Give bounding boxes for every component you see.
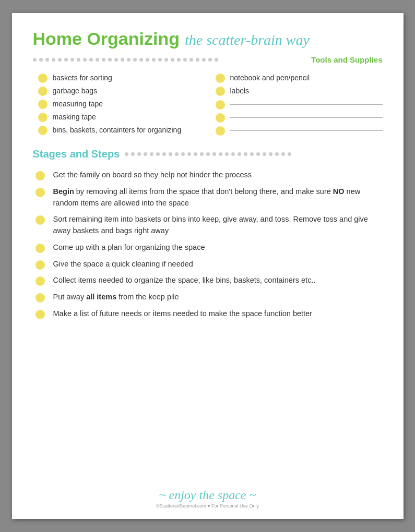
step-item: Come up with a plan for organizing the s… <box>35 242 383 253</box>
bullet-icon <box>38 100 48 109</box>
tool-text: garbage bags <box>53 86 98 96</box>
sub-title: the scatter-brain way <box>185 32 310 49</box>
header: Home Organizing the scatter-brain way <box>33 29 383 49</box>
tool-text: measuring tape <box>53 99 103 110</box>
tools-header-row: Tools and Supplies <box>33 55 383 64</box>
dot <box>133 58 137 62</box>
bullet-icon <box>35 215 45 225</box>
dot <box>45 58 49 62</box>
dot <box>125 152 128 156</box>
dot <box>64 58 68 62</box>
dot <box>164 58 168 62</box>
blank-line <box>230 130 383 131</box>
dot <box>39 58 43 62</box>
dot <box>137 152 141 156</box>
dot <box>83 58 87 62</box>
dot <box>96 58 99 62</box>
tool-item: measuring tape <box>38 99 205 110</box>
dot <box>146 58 149 62</box>
dot <box>194 152 197 156</box>
dot <box>171 58 174 62</box>
step-item: Sort remaining item into baskets or bins… <box>35 214 383 237</box>
blank-line <box>230 104 383 105</box>
bullet-icon <box>38 113 48 122</box>
tool-text: labels <box>230 86 250 96</box>
dot <box>219 152 222 156</box>
bullet-icon <box>216 100 225 110</box>
tool-item: labels <box>216 86 383 96</box>
dot <box>144 152 147 156</box>
stages-dots <box>125 152 291 156</box>
footer-tagline: ~ enjoy the space ~ <box>12 488 404 502</box>
footer: ~ enjoy the space ~ ©ScatteredSquirrel.c… <box>12 488 404 509</box>
dot <box>121 58 124 62</box>
dot <box>189 58 193 62</box>
dot <box>58 58 62 62</box>
step-item: Collect items needed to organize the spa… <box>35 275 383 286</box>
stages-label: Stages and Steps <box>33 148 120 160</box>
step-text: Put away all items from the keep pile <box>53 292 383 303</box>
step-text: Make a list of future needs or items nee… <box>53 308 383 320</box>
dot <box>256 152 260 156</box>
dot <box>269 152 272 156</box>
dot <box>206 152 210 156</box>
tool-text: notebook and pen/pencil <box>230 72 310 83</box>
tools-label: Tools and Supplies <box>311 55 382 64</box>
tool-text: bins, baskets, containters for organizin… <box>53 125 182 136</box>
dot <box>275 152 279 156</box>
dot <box>288 152 291 156</box>
dot <box>150 152 153 156</box>
dot <box>202 58 206 62</box>
dot <box>108 58 112 62</box>
tool-item: masking tape <box>38 112 205 123</box>
dot <box>162 152 166 156</box>
dot <box>152 58 156 62</box>
dot <box>127 58 131 62</box>
dot <box>212 152 216 156</box>
tool-item: bins, baskets, containters for organizin… <box>38 125 205 136</box>
dot <box>33 58 37 62</box>
dot <box>177 58 181 62</box>
tools-grid: baskets for sorting notebook and pen/pen… <box>33 72 383 136</box>
dots-line <box>33 58 306 62</box>
dot <box>175 152 179 156</box>
dot <box>169 152 172 156</box>
step-text: Collect items needed to organize the spa… <box>53 275 383 286</box>
blank-tool-item <box>216 112 383 123</box>
bullet-icon <box>35 171 45 180</box>
dot <box>208 58 212 62</box>
dot <box>196 58 199 62</box>
step-item: Put away all items from the keep pile <box>35 292 383 303</box>
bullet-icon <box>38 74 48 83</box>
footer-copyright: ©ScatteredSquirrel.com ♥ For Personal Us… <box>12 503 404 509</box>
step-item: Make a list of future needs or items nee… <box>35 308 383 320</box>
dot <box>250 152 254 156</box>
bullet-icon <box>38 126 48 135</box>
dot <box>200 152 204 156</box>
dot <box>70 58 74 62</box>
step-text: Come up with a plan for organizing the s… <box>53 242 383 253</box>
page: Home Organizing the scatter-brain way <box>12 13 404 519</box>
dot <box>131 152 135 156</box>
dot <box>156 152 160 156</box>
bullet-icon <box>38 87 48 96</box>
dot <box>158 58 162 62</box>
dot <box>114 58 118 62</box>
dot <box>215 58 218 62</box>
dot <box>225 152 229 156</box>
tool-item: garbage bags <box>38 86 205 96</box>
dot <box>89 58 93 62</box>
step-text: Sort remaining item into baskets or bins… <box>53 214 383 237</box>
dot <box>231 152 235 156</box>
dot <box>183 58 187 62</box>
step-text: Begin by removing all items from the spa… <box>53 186 383 209</box>
blank-line <box>230 117 383 118</box>
bullet-icon <box>35 276 45 286</box>
bullet-icon <box>216 74 225 83</box>
tool-text: baskets for sorting <box>53 72 112 83</box>
tool-item: baskets for sorting <box>38 72 205 83</box>
dot <box>139 58 143 62</box>
dot <box>244 152 247 156</box>
tool-text: masking tape <box>53 112 96 123</box>
stages-header-row: Stages and Steps <box>33 148 383 160</box>
